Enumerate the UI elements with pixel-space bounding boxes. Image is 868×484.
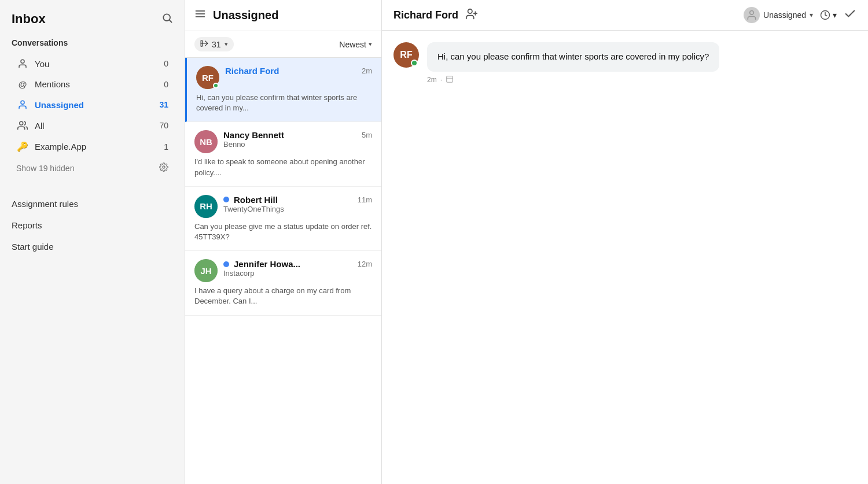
conv-time-nancy-bennett: 5m — [362, 131, 372, 139]
show-hidden-row[interactable]: Show 19 hidden — [5, 158, 180, 179]
avatar-richard-ford: RF — [196, 66, 219, 89]
assignee-label: Unassigned — [763, 10, 806, 20]
assignee-avatar — [744, 7, 760, 23]
message-separator: · — [440, 76, 442, 84]
svg-rect-15 — [447, 76, 453, 82]
sidebar-all-count: 70 — [159, 121, 168, 130]
conv-item-robert-hill[interactable]: RH Robert Hill 11m TwentyOneThings Can y… — [185, 187, 381, 251]
conv-panel-title: Unassigned — [213, 9, 278, 22]
sidebar-header: Inbox — [0, 12, 185, 38]
message-bubble-1: Hi, can you please confirm that winter s… — [427, 42, 719, 72]
sort-label: Newest — [339, 40, 366, 49]
you-icon — [16, 58, 29, 69]
conv-preview-robert-hill: Can you please give me a status update o… — [194, 221, 372, 242]
message-meta-1: 2m · — [427, 75, 719, 85]
conv-preview-richard-ford: Hi, can you please confirm that winter s… — [196, 93, 372, 113]
chat-main: Richard Ford Unassigned ▾ ▾ RF — [382, 0, 868, 484]
conversations-section-label: Conversations — [0, 38, 185, 53]
svg-point-5 — [163, 166, 165, 168]
conv-name-jennifer-howard: Jennifer Howa... — [234, 259, 300, 269]
svg-line-1 — [170, 20, 172, 22]
msg-avatar-richard-ford: RF — [393, 42, 419, 68]
resolve-icon[interactable] — [844, 8, 856, 23]
sidebar-example-app-count: 1 — [164, 142, 168, 152]
sidebar-item-mentions[interactable]: @ Mentions 0 — [5, 75, 180, 94]
conv-name-nancy-bennett: Nancy Bennett — [223, 130, 284, 140]
avatar-robert-hill: RH — [194, 195, 218, 218]
sidebar-bottom-section: Assignment rules Reports Start guide — [0, 193, 185, 257]
conv-time-robert-hill: 11m — [358, 195, 372, 204]
conv-sub-robert-hill: TwentyOneThings — [223, 205, 372, 213]
online-indicator-green — [213, 83, 219, 88]
conv-item-jennifer-howard[interactable]: JH Jennifer Howa... 12m Instacorp I have… — [185, 251, 381, 315]
svg-point-3 — [21, 101, 24, 104]
chat-header: Richard Ford Unassigned ▾ ▾ — [382, 0, 868, 31]
sort-filter[interactable]: Newest ▾ — [339, 40, 372, 49]
conv-item-richard-ford[interactable]: RF Richard Ford 2m Hi, can you please co… — [185, 58, 381, 122]
add-person-icon[interactable] — [465, 8, 478, 23]
conv-panel-header: Unassigned — [185, 0, 381, 31]
message-content-1: Hi, can you please confirm that winter s… — [427, 42, 719, 85]
conv-time-jennifer-howard: 12m — [358, 260, 372, 268]
all-icon — [16, 120, 29, 131]
chat-contact-name: Richard Ford — [393, 9, 458, 21]
conv-item-nancy-bennett[interactable]: NB Nancy Bennett 5m Benno I'd like to sp… — [185, 122, 381, 186]
online-indicator-blue-jennifer — [223, 261, 229, 267]
sidebar-item-all[interactable]: All 70 — [5, 116, 180, 135]
sidebar-you-label: You — [35, 59, 164, 69]
inbox-filter-count: 31 — [212, 40, 221, 49]
sidebar-you-count: 0 — [164, 59, 168, 68]
svg-point-13 — [750, 11, 754, 15]
conv-preview-nancy-bennett: I'd like to speak to someone about openi… — [194, 157, 372, 178]
svg-point-2 — [21, 60, 24, 63]
online-indicator-blue-robert — [223, 197, 229, 202]
svg-point-4 — [20, 121, 23, 125]
conv-time-richard-ford: 2m — [362, 66, 372, 75]
conv-panel-filters: 31 ▾ Newest ▾ — [185, 31, 381, 58]
avatar-nancy-bennett: NB — [194, 130, 218, 153]
conv-name-robert-hill: Robert Hill — [234, 195, 278, 205]
example-app-icon: 🔑 — [16, 141, 29, 152]
message-text-1: Hi, can you please confirm that winter s… — [437, 51, 709, 61]
sidebar-nav: You 0 @ Mentions 0 Unassigned 31 All 70 — [0, 53, 185, 157]
message-group-1: RF Hi, can you please confirm that winte… — [393, 42, 856, 85]
assignee-dropdown[interactable]: Unassigned ▾ — [744, 7, 813, 23]
menu-icon[interactable] — [194, 8, 206, 23]
assignee-chevron: ▾ — [810, 11, 813, 19]
sidebar: Inbox Conversations You 0 @ Mentions 0 — [0, 0, 185, 484]
inbox-filter[interactable]: 31 ▾ — [194, 37, 234, 51]
sidebar-mentions-count: 0 — [164, 80, 168, 89]
conv-preview-jennifer-howard: I have a query about a charge on my card… — [194, 286, 372, 306]
status-chevron: ▾ — [833, 10, 837, 20]
mentions-icon: @ — [16, 79, 29, 89]
message-time-1: 2m — [427, 76, 437, 84]
message-status-icon — [446, 75, 454, 85]
sidebar-all-label: All — [35, 121, 159, 131]
status-dropdown[interactable]: ▾ — [820, 10, 837, 20]
conv-sub-jennifer-howard: Instacorp — [223, 269, 372, 278]
conversation-panel: Unassigned 31 ▾ Newest ▾ RF Ric — [185, 0, 382, 484]
sidebar-item-you[interactable]: You 0 — [5, 54, 180, 73]
svg-point-10 — [468, 9, 472, 13]
show-hidden-label: Show 19 hidden — [16, 164, 159, 173]
sidebar-unassigned-count: 31 — [159, 100, 168, 109]
sidebar-mentions-label: Mentions — [35, 79, 164, 89]
sort-chevron: ▾ — [369, 40, 372, 48]
sidebar-item-start-guide[interactable]: Start guide — [0, 236, 185, 257]
sidebar-item-unassigned[interactable]: Unassigned 31 — [5, 95, 180, 114]
chat-body: RF Hi, can you please confirm that winte… — [382, 31, 868, 484]
conv-sub-nancy-bennett: Benno — [223, 140, 372, 149]
settings-icon[interactable] — [159, 162, 168, 174]
inbox-filter-icon — [200, 39, 208, 49]
sidebar-item-assignment-rules[interactable]: Assignment rules — [0, 193, 185, 215]
sidebar-example-app-label: Example.App — [35, 142, 164, 152]
sidebar-title: Inbox — [12, 12, 46, 27]
chat-header-right: Unassigned ▾ ▾ — [744, 7, 856, 23]
inbox-filter-chevron: ▾ — [225, 40, 228, 48]
sidebar-item-example-app[interactable]: 🔑 Example.App 1 — [5, 136, 180, 157]
search-icon[interactable] — [161, 12, 173, 27]
sidebar-item-reports[interactable]: Reports — [0, 215, 185, 236]
conversation-list: RF Richard Ford 2m Hi, can you please co… — [185, 58, 381, 484]
msg-online-dot — [411, 60, 418, 66]
unassigned-icon — [16, 99, 29, 110]
